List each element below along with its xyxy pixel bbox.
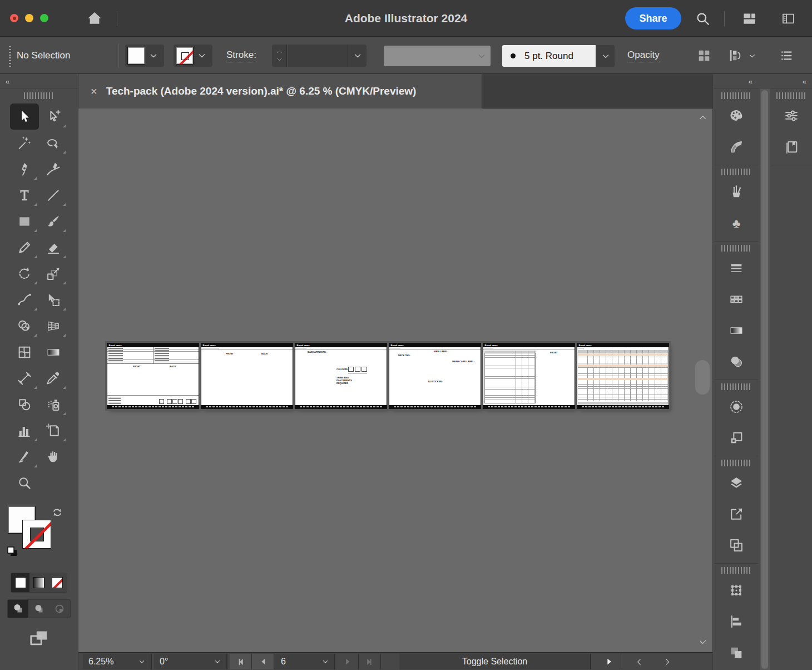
document-tab[interactable]: × Tech-pack (Adobe 2024 version).ai* @ 6… (78, 74, 482, 109)
pencil-tool[interactable] (10, 234, 39, 260)
brush-preview[interactable]: 5 pt. Round (502, 45, 596, 67)
color-button[interactable] (11, 573, 29, 592)
align-panel[interactable] (714, 606, 759, 637)
scroll-up-icon[interactable] (698, 113, 707, 122)
artboard-thumbnail-2[interactable]: Brand name FRONT BACK (201, 343, 293, 408)
transform-panel[interactable] (714, 575, 759, 606)
gradient-button[interactable] (29, 573, 48, 592)
brushes-panel[interactable] (714, 176, 759, 208)
mesh-tool[interactable] (10, 339, 39, 365)
asset-export-panel[interactable] (714, 499, 759, 530)
stroke-width-dropdown[interactable] (288, 45, 367, 67)
dock-collapse-button[interactable]: « (714, 74, 759, 89)
hand-tool[interactable] (39, 444, 68, 470)
play-hint-button[interactable] (597, 654, 621, 669)
panel-group-grip[interactable] (721, 383, 751, 390)
status-hint-dropdown[interactable]: Toggle Selection (399, 654, 591, 669)
stroke-color-control[interactable] (174, 45, 212, 67)
libraries-panel[interactable] (770, 131, 812, 162)
color-guide-panel[interactable] (714, 131, 759, 162)
pathfinder-panel[interactable] (714, 637, 759, 668)
toolbar-grip[interactable] (24, 92, 54, 99)
fill-color-control[interactable] (125, 45, 164, 67)
blend-tool[interactable] (10, 391, 39, 417)
shape-builder-tool[interactable] (10, 313, 39, 339)
stroke-label[interactable]: Stroke: (226, 50, 256, 62)
rotate-tool[interactable] (10, 260, 39, 287)
dock-divider-scrollbar[interactable] (760, 89, 770, 670)
artboard-number-dropdown[interactable]: 6 (274, 654, 335, 669)
stroke-width-stepper[interactable] (272, 45, 287, 67)
default-fill-stroke-icon[interactable] (6, 545, 19, 558)
symbols-panel[interactable]: ♣ (714, 208, 759, 239)
previous-artboard-button[interactable] (252, 654, 274, 669)
minimize-window-button[interactable] (25, 14, 33, 22)
vertical-scrollbar[interactable] (694, 109, 711, 652)
graphic-styles-panel[interactable] (714, 422, 759, 454)
artboard-thumbnail-5[interactable]: Brand name FRONT (483, 343, 575, 408)
panel-group-grip[interactable] (721, 92, 751, 99)
panel-menu-icon[interactable] (779, 48, 794, 63)
direct-selection-tool[interactable] (39, 104, 68, 130)
draw-normal-button[interactable] (8, 600, 28, 618)
curvature-tool[interactable] (39, 156, 68, 182)
dock-collapse-button[interactable]: « (770, 74, 812, 89)
brush-definition-control[interactable]: 5 pt. Round (502, 45, 615, 67)
layers-panel[interactable] (714, 467, 759, 499)
chevron-down-icon[interactable] (194, 50, 210, 61)
type-tool[interactable] (10, 182, 39, 208)
gradient-tool[interactable] (39, 339, 68, 365)
close-window-button[interactable] (10, 14, 18, 22)
chevron-down-icon[interactable] (596, 45, 615, 67)
draw-inside-button[interactable] (49, 600, 70, 618)
artboard-thumbnail-4[interactable]: Brand name MAIN LABEL: NECK TAG: WASH CA… (389, 343, 481, 408)
appearance-panel[interactable] (714, 391, 759, 422)
screen-mode-icon[interactable] (28, 627, 50, 649)
toolbar-collapse-button[interactable]: « (0, 74, 78, 89)
paintbrush-tool[interactable] (39, 208, 68, 234)
symbol-sprayer-tool[interactable] (39, 391, 68, 417)
chevron-down-icon[interactable] (747, 51, 757, 61)
properties-panel[interactable] (770, 100, 812, 131)
artboard-thumbnail-1[interactable]: Brand name FRONT BACK (107, 343, 199, 408)
panel-toggle-icon[interactable] (781, 11, 796, 26)
perspective-grid-tool[interactable] (39, 313, 68, 339)
gradient-panel[interactable] (714, 315, 759, 346)
eraser-tool[interactable] (39, 234, 68, 260)
scale-tool[interactable] (39, 260, 68, 287)
panel-group-grip[interactable] (721, 169, 751, 175)
line-segment-tool[interactable] (39, 182, 68, 208)
slice-tool[interactable] (10, 444, 39, 470)
next-artboard-button[interactable] (336, 654, 359, 669)
variable-width-profile-dropdown[interactable] (384, 46, 491, 66)
measure-tool[interactable] (10, 365, 39, 391)
canvas[interactable]: Brand name FRONT BACK (78, 109, 712, 652)
free-transform-tool[interactable] (39, 287, 68, 313)
panel-group-grip[interactable] (721, 460, 751, 466)
stroke-swatch-none[interactable] (176, 47, 194, 65)
swap-fill-stroke-icon[interactable] (50, 506, 65, 520)
scroll-down-icon[interactable] (698, 637, 707, 647)
stroke-panel[interactable] (714, 253, 759, 284)
chevron-down-icon[interactable] (348, 45, 367, 67)
panel-group-grip[interactable] (776, 92, 806, 99)
search-icon[interactable] (695, 11, 710, 26)
artboard-thumbnail-6[interactable]: Brand name (577, 343, 669, 408)
draw-behind-button[interactable] (28, 600, 49, 618)
zoom-level-dropdown[interactable]: 6.25% (83, 654, 152, 669)
artboard-thumbnail-3[interactable]: Brand name BASE ARTWORK: COLOURS TRIMS A… (295, 343, 387, 408)
artboard-tool[interactable] (39, 417, 68, 444)
transparency-panel[interactable] (714, 346, 759, 377)
swatches-panel[interactable] (714, 284, 759, 315)
chevron-down-icon[interactable] (145, 50, 162, 61)
next-hint-button[interactable] (654, 654, 680, 669)
artboards-panel[interactable] (714, 530, 759, 561)
selection-tool[interactable] (10, 104, 39, 130)
rectangle-tool[interactable] (10, 208, 39, 234)
opacity-label[interactable]: Opacity (627, 50, 660, 62)
workspace-switcher-icon[interactable] (742, 11, 757, 26)
align-options-icon[interactable] (727, 48, 743, 63)
previous-hint-button[interactable] (626, 654, 652, 669)
width-tool[interactable] (10, 287, 39, 313)
panel-group-grip[interactable] (721, 567, 751, 574)
